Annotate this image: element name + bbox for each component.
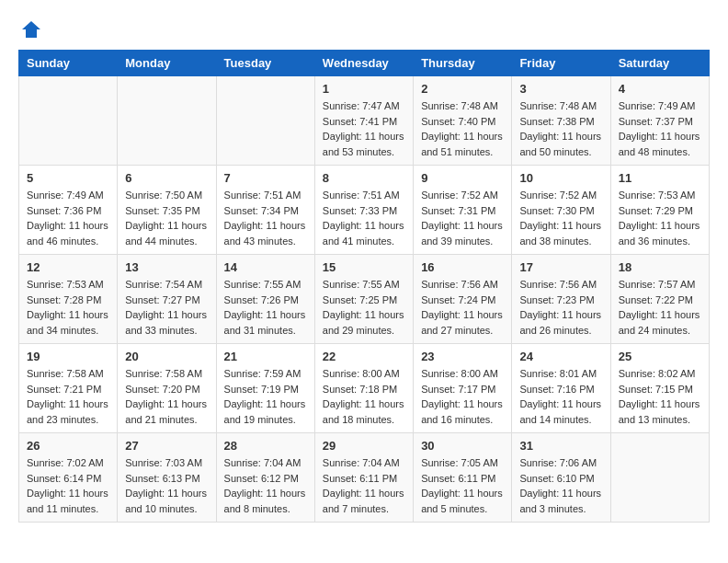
cell-content: Sunrise: 8:00 AMSunset: 7:18 PMDaylight:… <box>323 366 405 427</box>
cell-line: Sunset: 7:31 PM <box>421 205 495 216</box>
day-number: 18 <box>619 260 701 274</box>
calendar-cell <box>610 433 709 523</box>
cell-line: Sunrise: 8:00 AM <box>323 368 400 379</box>
cell-line: Sunset: 7:33 PM <box>323 205 397 216</box>
calendar-cell: 6Sunrise: 7:50 AMSunset: 7:35 PMDaylight… <box>118 166 216 255</box>
cell-line: Daylight: 11 hours <box>224 398 306 409</box>
cell-line: and 41 minutes. <box>323 236 394 247</box>
cell-content: Sunrise: 7:51 AMSunset: 7:34 PMDaylight:… <box>224 188 307 248</box>
calendar-cell: 30Sunrise: 7:05 AMSunset: 6:11 PMDayligh… <box>414 433 512 523</box>
cell-line: and 21 minutes. <box>125 414 197 425</box>
cell-line: Daylight: 11 hours <box>519 398 601 409</box>
cell-line: Sunrise: 7:47 AM <box>323 100 400 111</box>
cell-line: Sunset: 7:40 PM <box>421 116 495 127</box>
day-number: 7 <box>224 171 307 185</box>
day-number: 8 <box>323 171 405 185</box>
cell-content: Sunrise: 7:50 AMSunset: 7:35 PMDaylight:… <box>125 188 208 248</box>
cell-content: Sunrise: 7:57 AMSunset: 7:22 PMDaylight:… <box>619 277 701 338</box>
cell-content: Sunrise: 7:53 AMSunset: 7:28 PMDaylight:… <box>27 277 109 338</box>
cell-line: Sunset: 7:26 PM <box>224 294 299 305</box>
cell-content: Sunrise: 7:56 AMSunset: 7:23 PMDaylight:… <box>519 277 602 338</box>
cell-content: Sunrise: 7:58 AMSunset: 7:20 PMDaylight:… <box>125 366 208 427</box>
cell-content: Sunrise: 7:53 AMSunset: 7:29 PMDaylight:… <box>619 188 701 248</box>
cell-content: Sunrise: 7:51 AMSunset: 7:33 PMDaylight:… <box>323 188 405 248</box>
cell-line: Sunset: 7:24 PM <box>421 294 495 305</box>
cell-line: and 50 minutes. <box>519 146 591 157</box>
cell-line: Sunset: 7:19 PM <box>224 384 299 395</box>
cell-line: Sunset: 7:38 PM <box>519 116 594 127</box>
cell-line: Sunrise: 7:58 AM <box>27 368 104 379</box>
cell-line: Sunset: 7:25 PM <box>323 294 397 305</box>
cell-line: Daylight: 11 hours <box>323 488 404 499</box>
cell-line: Sunset: 6:12 PM <box>224 473 299 484</box>
cell-line: Daylight: 11 hours <box>421 309 503 320</box>
day-number: 9 <box>421 171 504 185</box>
cell-content: Sunrise: 7:48 AMSunset: 7:38 PMDaylight:… <box>519 98 602 159</box>
day-number: 11 <box>619 171 701 185</box>
cell-line: and 44 minutes. <box>125 236 197 247</box>
day-number: 22 <box>323 350 405 363</box>
calendar-cell: 28Sunrise: 7:04 AMSunset: 6:12 PMDayligh… <box>216 433 314 523</box>
cell-line: and 48 minutes. <box>619 146 690 157</box>
calendar-cell: 26Sunrise: 7:02 AMSunset: 6:14 PMDayligh… <box>19 433 118 523</box>
calendar-cell: 18Sunrise: 7:57 AMSunset: 7:22 PMDayligh… <box>610 255 709 344</box>
cell-content: Sunrise: 7:02 AMSunset: 6:14 PMDaylight:… <box>27 455 109 516</box>
calendar-cell <box>19 76 118 166</box>
day-number: 29 <box>323 439 405 453</box>
cell-line: and 38 minutes. <box>519 236 591 247</box>
cell-line: Daylight: 11 hours <box>619 398 700 409</box>
day-number: 17 <box>519 260 602 274</box>
cell-line: Sunrise: 7:05 AM <box>421 457 498 468</box>
cell-content: Sunrise: 7:56 AMSunset: 7:24 PMDaylight:… <box>421 277 504 338</box>
cell-content: Sunrise: 7:04 AMSunset: 6:11 PMDaylight:… <box>323 455 405 516</box>
cell-line: Sunset: 7:21 PM <box>27 384 101 395</box>
cell-content: Sunrise: 7:55 AMSunset: 7:25 PMDaylight:… <box>323 277 405 338</box>
calendar-cell: 31Sunrise: 7:06 AMSunset: 6:10 PMDayligh… <box>512 433 610 523</box>
svg-marker-0 <box>22 21 40 38</box>
day-number: 5 <box>27 171 109 185</box>
cell-line: Sunset: 7:20 PM <box>125 384 199 395</box>
cell-line: and 14 minutes. <box>519 414 591 425</box>
cell-line: Sunset: 7:29 PM <box>619 205 693 216</box>
calendar-week-row: 12Sunrise: 7:53 AMSunset: 7:28 PMDayligh… <box>19 255 710 344</box>
cell-content: Sunrise: 7:03 AMSunset: 6:13 PMDaylight:… <box>125 455 208 516</box>
calendar-cell: 5Sunrise: 7:49 AMSunset: 7:36 PMDaylight… <box>19 166 118 255</box>
cell-line: and 18 minutes. <box>323 414 394 425</box>
cell-line: and 26 minutes. <box>519 325 591 336</box>
day-number: 23 <box>421 350 504 363</box>
calendar-cell: 14Sunrise: 7:55 AMSunset: 7:26 PMDayligh… <box>216 255 314 344</box>
calendar-week-row: 19Sunrise: 7:58 AMSunset: 7:21 PMDayligh… <box>19 344 710 433</box>
day-number: 2 <box>421 82 504 96</box>
cell-line: Sunrise: 7:06 AM <box>519 457 597 468</box>
cell-line: Sunset: 6:11 PM <box>323 473 397 484</box>
cell-line: Sunset: 6:10 PM <box>519 473 594 484</box>
cell-line: Sunrise: 7:58 AM <box>125 368 202 379</box>
cell-line: and 51 minutes. <box>421 146 493 157</box>
cell-content: Sunrise: 7:06 AMSunset: 6:10 PMDaylight:… <box>519 455 602 516</box>
cell-line: Sunrise: 7:48 AM <box>519 100 597 111</box>
cell-line: Sunset: 6:14 PM <box>27 473 101 484</box>
cell-content: Sunrise: 8:00 AMSunset: 7:17 PMDaylight:… <box>421 366 504 427</box>
cell-line: Daylight: 11 hours <box>619 131 700 142</box>
cell-line: and 36 minutes. <box>619 236 690 247</box>
calendar-cell: 7Sunrise: 7:51 AMSunset: 7:34 PMDaylight… <box>216 166 314 255</box>
cell-line: Sunset: 7:41 PM <box>323 116 397 127</box>
cell-line: Sunrise: 7:52 AM <box>421 190 498 201</box>
cell-line: and 46 minutes. <box>27 236 98 247</box>
day-number: 1 <box>323 82 405 96</box>
calendar-week-row: 1Sunrise: 7:47 AMSunset: 7:41 PMDaylight… <box>19 76 710 166</box>
cell-line: Sunrise: 7:04 AM <box>323 457 400 468</box>
cell-content: Sunrise: 7:47 AMSunset: 7:41 PMDaylight:… <box>323 98 405 159</box>
cell-line: Daylight: 11 hours <box>27 220 108 231</box>
day-number: 31 <box>519 439 602 453</box>
cell-line: and 27 minutes. <box>421 325 493 336</box>
calendar-cell: 1Sunrise: 7:47 AMSunset: 7:41 PMDaylight… <box>314 76 413 166</box>
cell-content: Sunrise: 8:02 AMSunset: 7:15 PMDaylight:… <box>619 366 701 427</box>
calendar-cell: 22Sunrise: 8:00 AMSunset: 7:18 PMDayligh… <box>314 344 413 433</box>
calendar-table: SundayMondayTuesdayWednesdayThursdayFrid… <box>18 50 710 523</box>
cell-line: Daylight: 11 hours <box>519 488 601 499</box>
cell-line: and 23 minutes. <box>27 414 98 425</box>
cell-line: Sunset: 7:27 PM <box>125 294 199 305</box>
cell-line: and 29 minutes. <box>323 325 394 336</box>
cell-line: Daylight: 11 hours <box>421 398 503 409</box>
